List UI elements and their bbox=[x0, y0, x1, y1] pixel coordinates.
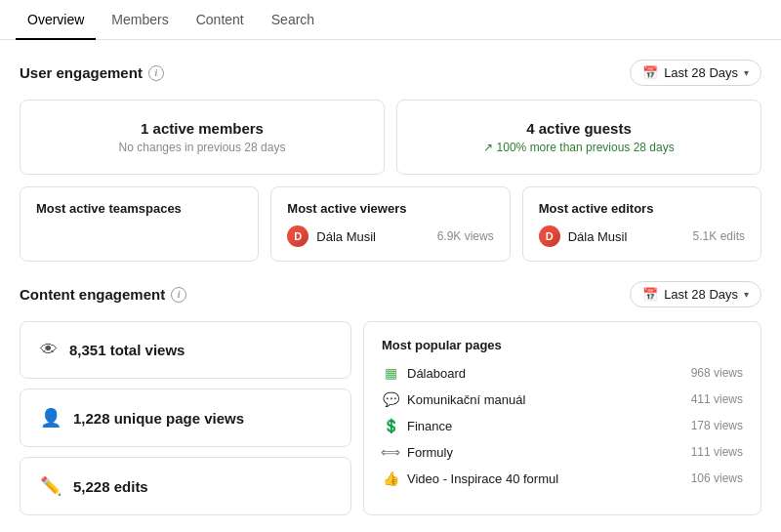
user-engagement-date-btn[interactable]: 📅 Last 28 Days ▾ bbox=[630, 60, 761, 86]
edits-label: 5,228 edits bbox=[73, 478, 148, 495]
list-item: 💲 Finance 178 views bbox=[382, 417, 743, 434]
page-views-2: 178 views bbox=[691, 419, 743, 432]
nav-tabs: Overview Members Content Search bbox=[0, 0, 781, 40]
list-item: ▦ Dálaboard 968 views bbox=[382, 364, 743, 382]
editor-row: D Dála Musil 5.1K edits bbox=[539, 225, 745, 247]
page-name-1: Komunikační manuál bbox=[407, 392, 683, 407]
viewer-stat: 6.9K views bbox=[437, 229, 494, 243]
page-views-3: 111 views bbox=[691, 445, 743, 459]
content-chevron-down-icon: ▾ bbox=[744, 289, 749, 300]
user-engagement-info-icon[interactable]: i bbox=[148, 65, 164, 81]
edit-icon: ✏️ bbox=[40, 475, 62, 497]
engagement-top-cards: 1 active members No changes in previous … bbox=[20, 100, 761, 175]
user-engagement-date-label: Last 28 Days bbox=[664, 65, 738, 80]
user-engagement-label: User engagement bbox=[20, 64, 143, 81]
content-engagement-body: 👁 8,351 total views 👤 1,228 unique page … bbox=[20, 321, 761, 515]
editor-name: Dála Musil bbox=[568, 229, 685, 244]
content-engagement-header: Content engagement i 📅 Last 28 Days ▾ bbox=[20, 281, 761, 307]
page-views-1: 411 views bbox=[691, 392, 743, 406]
page-name-3: Formuly bbox=[407, 445, 683, 460]
content-metrics: 👁 8,351 total views 👤 1,228 unique page … bbox=[20, 321, 351, 515]
active-members-count: 1 active members bbox=[44, 120, 360, 137]
active-members-sub: No changes in previous 28 days bbox=[44, 141, 360, 154]
active-guests-sub: ↗ 100% more than previous 28 days bbox=[421, 141, 737, 154]
popular-pages-card: Most popular pages ▦ Dálaboard 968 views… bbox=[363, 321, 761, 515]
total-views-label: 8,351 total views bbox=[69, 342, 185, 358]
main-content: User engagement i 📅 Last 28 Days ▾ 1 act… bbox=[0, 40, 781, 532]
eye-icon: 👁 bbox=[40, 340, 58, 360]
list-item: ⟺ Formuly 111 views bbox=[382, 443, 743, 461]
page-name-2: Finance bbox=[407, 419, 683, 433]
content-engagement-info-icon[interactable]: i bbox=[171, 287, 186, 303]
list-item: 👍 Video - Inspirace 40 formul 106 views bbox=[382, 470, 743, 487]
unique-views-card: 👤 1,228 unique page views bbox=[20, 389, 351, 447]
page-icon-finance: 💲 bbox=[382, 417, 399, 434]
page-views-0: 968 views bbox=[691, 366, 743, 380]
list-item: 💬 Komunikační manuál 411 views bbox=[382, 390, 743, 408]
unique-views-label: 1,228 unique page views bbox=[73, 410, 244, 427]
most-active-editors-card: Most active editors D Dála Musil 5.1K ed… bbox=[522, 186, 761, 262]
active-members-card: 1 active members No changes in previous … bbox=[20, 100, 385, 175]
user-engagement-title: User engagement i bbox=[20, 64, 164, 81]
most-active-viewers-title: Most active viewers bbox=[287, 201, 493, 216]
tab-overview[interactable]: Overview bbox=[16, 0, 96, 39]
chevron-down-icon: ▾ bbox=[744, 67, 749, 78]
most-active-viewers-card: Most active viewers D Dála Musil 6.9K vi… bbox=[270, 186, 510, 262]
page-icon-formula: ⟺ bbox=[382, 443, 399, 461]
page-icon-grid: ▦ bbox=[382, 364, 399, 382]
content-engagement-date-label: Last 28 Days bbox=[664, 287, 738, 302]
content-engagement-label: Content engagement bbox=[20, 286, 165, 303]
page-icon-bubble: 💬 bbox=[382, 390, 399, 408]
user-engagement-header: User engagement i 📅 Last 28 Days ▾ bbox=[20, 60, 761, 86]
content-engagement-date-btn[interactable]: 📅 Last 28 Days ▾ bbox=[630, 281, 761, 307]
tab-content[interactable]: Content bbox=[185, 0, 256, 39]
active-guests-count: 4 active guests bbox=[421, 120, 737, 137]
popular-pages-title: Most popular pages bbox=[382, 338, 743, 352]
page-name-0: Dálaboard bbox=[407, 366, 683, 381]
viewer-name: Dála Musil bbox=[316, 229, 429, 244]
page-icon-video: 👍 bbox=[382, 470, 399, 487]
most-active-editors-title: Most active editors bbox=[539, 201, 745, 216]
page-views-4: 106 views bbox=[691, 471, 743, 485]
total-views-card: 👁 8,351 total views bbox=[20, 321, 351, 379]
page-name-4: Video - Inspirace 40 formul bbox=[407, 471, 683, 486]
unique-views-icon: 👤 bbox=[40, 407, 62, 429]
viewer-avatar: D bbox=[287, 225, 308, 247]
active-guests-card: 4 active guests ↗ 100% more than previou… bbox=[396, 100, 761, 175]
content-engagement-title: Content engagement i bbox=[20, 286, 186, 303]
most-active-teamspaces-card: Most active teamspaces bbox=[20, 186, 259, 262]
content-calendar-icon: 📅 bbox=[642, 287, 658, 302]
calendar-icon: 📅 bbox=[642, 65, 658, 80]
tab-members[interactable]: Members bbox=[100, 0, 180, 39]
most-active-cards: Most active teamspaces Most active viewe… bbox=[20, 186, 761, 262]
editor-stat: 5.1K edits bbox=[693, 229, 745, 243]
edits-card: ✏️ 5,228 edits bbox=[20, 457, 351, 515]
most-active-teamspaces-title: Most active teamspaces bbox=[36, 201, 242, 216]
tab-search[interactable]: Search bbox=[260, 0, 326, 39]
viewer-row: D Dála Musil 6.9K views bbox=[287, 225, 493, 247]
editor-avatar: D bbox=[539, 225, 560, 247]
